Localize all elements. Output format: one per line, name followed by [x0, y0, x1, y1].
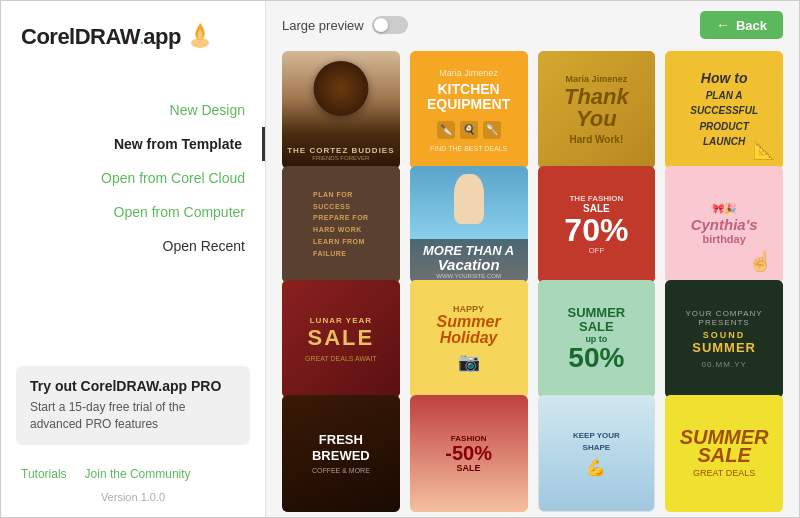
- version-text: Version 1.0.0: [1, 487, 265, 507]
- promo-desc: Start a 15-day free trial of the advance…: [30, 399, 236, 433]
- template-card[interactable]: 🎀🎉 Cynthia's birthday ☝️: [665, 166, 783, 284]
- toggle-knob: [374, 18, 388, 32]
- template-card[interactable]: SUMMERSALE GREAT DEALS: [665, 395, 783, 513]
- preview-toggle-switch[interactable]: [372, 16, 408, 34]
- template-card[interactable]: The Fashion SALE 70% OFF: [538, 166, 656, 284]
- topbar: Large preview ← Back: [266, 1, 799, 47]
- template-card[interactable]: Maria Jimenez KITCHENEQUIPMENT 🔪 🍳 🥄 FIN…: [410, 51, 528, 169]
- preview-toggle-area: Large preview: [282, 16, 408, 34]
- sidebar-nav: New Design New from Template Open from C…: [1, 93, 265, 263]
- sidebar-item-open-recent[interactable]: Open Recent: [1, 229, 265, 263]
- logo-area: CorelDRAW.app: [1, 1, 265, 63]
- template-card[interactable]: MORE THAN A Vacation WWW.YOURSITE.COM: [410, 166, 528, 284]
- back-label: Back: [736, 18, 767, 33]
- template-card[interactable]: KEEP YOURSHAPE 💪: [538, 395, 656, 513]
- template-card[interactable]: PLAN FORSUCCESSPREPARE FORHARD WORKLEARN…: [282, 166, 400, 284]
- templates-grid: THE CORTEZ BUDDIES FRIENDS FOREVER Maria…: [266, 47, 799, 517]
- template-card[interactable]: SUMMERSALE up to 50%: [538, 280, 656, 398]
- sidebar: CorelDRAW.app New Design New from Templa…: [1, 1, 266, 517]
- logo-text: CorelDRAW.app: [21, 24, 181, 50]
- preview-label: Large preview: [282, 18, 364, 33]
- template-card[interactable]: How toPLAN ASUCCESSFULPRODUCTLAUNCH 📐: [665, 51, 783, 169]
- sidebar-item-open-computer[interactable]: Open from Computer: [1, 195, 265, 229]
- logo-flame-icon: [189, 21, 211, 53]
- template-card[interactable]: THE CORTEZ BUDDIES FRIENDS FOREVER: [282, 51, 400, 169]
- promo-box: Try out CorelDRAW.app PRO Start a 15-day…: [16, 366, 250, 445]
- bottom-links: Tutorials Join the Community: [1, 455, 265, 487]
- template-card[interactable]: Your Company Presents SOUND SUMMER 00.MM…: [665, 280, 783, 398]
- sidebar-item-open-corel-cloud[interactable]: Open from Corel Cloud: [1, 161, 265, 195]
- template-card[interactable]: FRESHBREWED COFFEE & MORE: [282, 395, 400, 513]
- back-arrow-icon: ←: [716, 17, 730, 33]
- template-card[interactable]: FASHION -50% SALE: [410, 395, 528, 513]
- main-content: Large preview ← Back THE CORTEZ BUDDIES …: [266, 1, 799, 517]
- logo: CorelDRAW.app: [21, 21, 245, 53]
- back-button[interactable]: ← Back: [700, 11, 783, 39]
- template-card[interactable]: Maria Jimenez ThankYou Hard Work!: [538, 51, 656, 169]
- join-community-link[interactable]: Join the Community: [85, 467, 191, 481]
- promo-title: Try out CorelDRAW.app PRO: [30, 378, 236, 394]
- tutorials-link[interactable]: Tutorials: [21, 467, 67, 481]
- sidebar-item-new-design[interactable]: New Design: [1, 93, 265, 127]
- sidebar-item-new-from-template[interactable]: New from Template: [1, 127, 265, 161]
- template-card[interactable]: LUNAR YEAR SALE GREAT DEALS AWAIT: [282, 280, 400, 398]
- template-card[interactable]: Happy SummerHoliday 📷: [410, 280, 528, 398]
